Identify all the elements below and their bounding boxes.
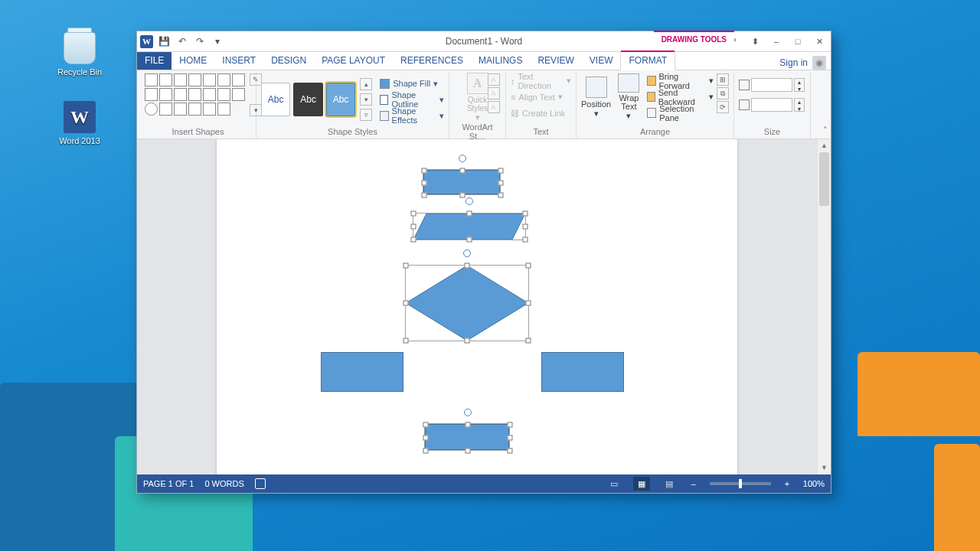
selection-pane-button[interactable]: Selection Pane bbox=[647, 106, 714, 120]
shape-icon[interactable] bbox=[188, 103, 201, 116]
tab-references[interactable]: REFERENCES bbox=[393, 52, 471, 70]
selection-handle[interactable] bbox=[411, 211, 416, 217]
selection-handle[interactable] bbox=[423, 448, 429, 454]
rotation-handle[interactable] bbox=[463, 249, 471, 257]
zoom-slider-thumb[interactable] bbox=[739, 479, 742, 488]
tab-page-layout[interactable]: PAGE LAYOUT bbox=[314, 52, 393, 70]
shape-gallery[interactable] bbox=[145, 73, 245, 116]
view-print-layout[interactable]: ▦ bbox=[633, 477, 650, 491]
maximize-button[interactable]: □ bbox=[788, 34, 808, 49]
shape-icon[interactable] bbox=[203, 88, 216, 101]
position-button[interactable]: Position▾ bbox=[581, 73, 611, 121]
view-read-mode[interactable]: ▭ bbox=[606, 477, 622, 491]
shape-icon[interactable] bbox=[217, 88, 230, 101]
desktop-icon-word[interactable]: Word 2013 bbox=[49, 101, 110, 145]
rotation-handle[interactable] bbox=[466, 197, 473, 205]
qat-customize-button[interactable]: ▾ bbox=[211, 35, 224, 48]
selection-handle[interactable] bbox=[508, 435, 513, 441]
selection-handle[interactable] bbox=[460, 168, 466, 174]
height-spinner[interactable]: ▴▾ bbox=[794, 78, 805, 92]
tab-view[interactable]: VIEW bbox=[582, 52, 621, 70]
document-area[interactable]: ▲ ▼ bbox=[137, 139, 831, 474]
ribbon-display-button[interactable]: ⬍ bbox=[745, 34, 765, 49]
shape-icon[interactable] bbox=[217, 73, 230, 86]
shape-icon[interactable] bbox=[159, 73, 172, 86]
selection-handle[interactable] bbox=[498, 168, 504, 174]
zoom-in-button[interactable]: + bbox=[782, 478, 792, 489]
shape-icon[interactable] bbox=[232, 73, 245, 86]
selection-handle[interactable] bbox=[523, 237, 528, 243]
selection-handle[interactable] bbox=[523, 224, 528, 230]
shape-oval-icon[interactable] bbox=[145, 103, 158, 116]
desktop-icon-recycle-bin[interactable]: Recycle Bin bbox=[49, 32, 110, 77]
zoom-slider[interactable] bbox=[710, 482, 771, 485]
tab-file[interactable]: FILE bbox=[137, 52, 172, 70]
selection-handle[interactable] bbox=[403, 338, 409, 344]
sign-in-link[interactable]: Sign in bbox=[779, 57, 808, 68]
tab-home[interactable]: HOME bbox=[172, 52, 214, 70]
shape-width-input[interactable] bbox=[751, 98, 792, 112]
selection-handle[interactable] bbox=[465, 338, 470, 344]
shape-icon[interactable] bbox=[188, 88, 201, 101]
word-count[interactable]: 0 WORDS bbox=[204, 479, 243, 488]
group-button[interactable]: ⧉ bbox=[717, 87, 729, 99]
selection-handle[interactable] bbox=[467, 237, 472, 243]
shape-icon[interactable] bbox=[217, 103, 230, 116]
rotation-handle[interactable] bbox=[459, 155, 466, 162]
selection-handle[interactable] bbox=[526, 263, 531, 269]
view-web-layout[interactable]: ▤ bbox=[661, 477, 678, 491]
style-preset-1[interactable]: Abc bbox=[261, 83, 290, 116]
selection-handle[interactable] bbox=[423, 435, 429, 441]
shape-icon[interactable] bbox=[188, 73, 201, 86]
width-spinner[interactable]: ▴▾ bbox=[794, 98, 805, 112]
scroll-thumb[interactable] bbox=[819, 152, 829, 206]
page-indicator[interactable]: PAGE 1 OF 1 bbox=[143, 479, 194, 488]
shape-rectangle-icon[interactable] bbox=[145, 73, 158, 86]
selection-handle[interactable] bbox=[526, 301, 531, 306]
macro-record-icon[interactable] bbox=[255, 478, 266, 489]
selection-handle[interactable] bbox=[422, 181, 427, 186]
tab-design[interactable]: DESIGN bbox=[263, 52, 314, 70]
flowchart-shape-decision-diamond[interactable] bbox=[406, 266, 528, 341]
user-avatar-icon[interactable]: ◉ bbox=[812, 56, 826, 70]
selection-handle[interactable] bbox=[423, 422, 429, 428]
selection-handle[interactable] bbox=[523, 211, 528, 217]
scroll-up-button[interactable]: ▲ bbox=[818, 139, 831, 152]
selection-handle[interactable] bbox=[411, 237, 416, 243]
style-more[interactable]: ▿ bbox=[360, 109, 372, 121]
selection-handle[interactable] bbox=[403, 263, 409, 269]
tab-mailings[interactable]: MAILINGS bbox=[471, 52, 530, 70]
align-button[interactable]: ⊞ bbox=[717, 73, 729, 86]
style-preset-3-selected[interactable]: Abc bbox=[326, 83, 355, 116]
bring-forward-button[interactable]: Bring Forward▾ bbox=[647, 73, 714, 88]
qat-redo-button[interactable]: ↷ bbox=[193, 35, 206, 48]
shape-icon[interactable] bbox=[174, 88, 187, 101]
collapse-ribbon-button[interactable]: ˄ bbox=[823, 126, 828, 135]
selection-handle[interactable] bbox=[508, 422, 513, 428]
selection-handle[interactable] bbox=[508, 448, 513, 454]
flowchart-shape-terminator-top[interactable] bbox=[423, 170, 500, 194]
shape-icon[interactable] bbox=[174, 103, 187, 116]
shape-icon[interactable] bbox=[203, 103, 216, 116]
shape-icon[interactable] bbox=[174, 73, 187, 86]
selection-handle[interactable] bbox=[498, 193, 504, 198]
tab-insert[interactable]: INSERT bbox=[214, 52, 263, 70]
shape-icon[interactable] bbox=[159, 103, 172, 116]
shape-effects-button[interactable]: Shape Effects▾ bbox=[380, 109, 444, 123]
selection-handle[interactable] bbox=[466, 422, 471, 428]
style-preset-2[interactable]: Abc bbox=[293, 83, 322, 116]
wrap-text-button[interactable]: Wrap Text▾ bbox=[614, 73, 644, 121]
qat-undo-button[interactable]: ↶ bbox=[175, 35, 188, 48]
style-scroll-up[interactable]: ▴ bbox=[360, 78, 372, 90]
send-backward-button[interactable]: Send Backward▾ bbox=[647, 90, 714, 104]
zoom-level[interactable]: 100% bbox=[803, 479, 825, 488]
close-button[interactable]: ✕ bbox=[809, 34, 829, 49]
selection-handle[interactable] bbox=[460, 193, 466, 198]
shape-icon[interactable] bbox=[159, 88, 172, 101]
shape-icon[interactable] bbox=[203, 73, 216, 86]
selection-handle[interactable] bbox=[498, 181, 504, 186]
shape-icon[interactable] bbox=[145, 88, 158, 101]
flowchart-shape-terminator-bottom[interactable] bbox=[425, 424, 509, 450]
page[interactable] bbox=[217, 139, 737, 474]
qat-save-button[interactable]: 💾 bbox=[158, 35, 171, 48]
